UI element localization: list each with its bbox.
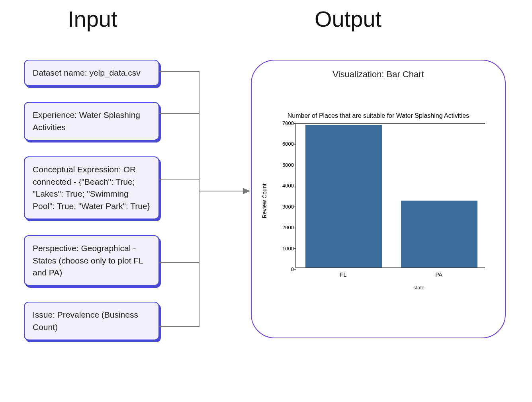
y-tick-label: 6000 — [280, 141, 294, 147]
y-tick-label: 2000 — [280, 224, 294, 230]
y-tick-label: 5000 — [280, 162, 294, 168]
y-tick-label: 0 — [280, 266, 294, 272]
y-tick-label: 4000 — [280, 183, 294, 189]
output-panel: Visualization: Bar Chart Number of Place… — [251, 60, 506, 338]
plot-area — [295, 123, 485, 268]
y-tick-label: 3000 — [280, 204, 294, 210]
chart-title: Number of Places that are suitable for W… — [268, 112, 489, 119]
bar-FL — [305, 125, 382, 267]
y-tick-label: 7000 — [280, 120, 294, 126]
y-tick-label: 1000 — [280, 246, 294, 252]
bar-chart: Number of Places that are suitable for W… — [268, 112, 489, 290]
x-axis-label: state — [399, 285, 439, 291]
bar-PA — [401, 201, 477, 267]
viz-type-label: Visualization: Bar Chart — [252, 69, 505, 80]
svg-marker-0 — [244, 189, 249, 193]
x-tick-label: PA — [431, 271, 447, 278]
x-tick-label: FL — [335, 271, 351, 278]
y-axis-label: Review Count — [261, 183, 268, 218]
